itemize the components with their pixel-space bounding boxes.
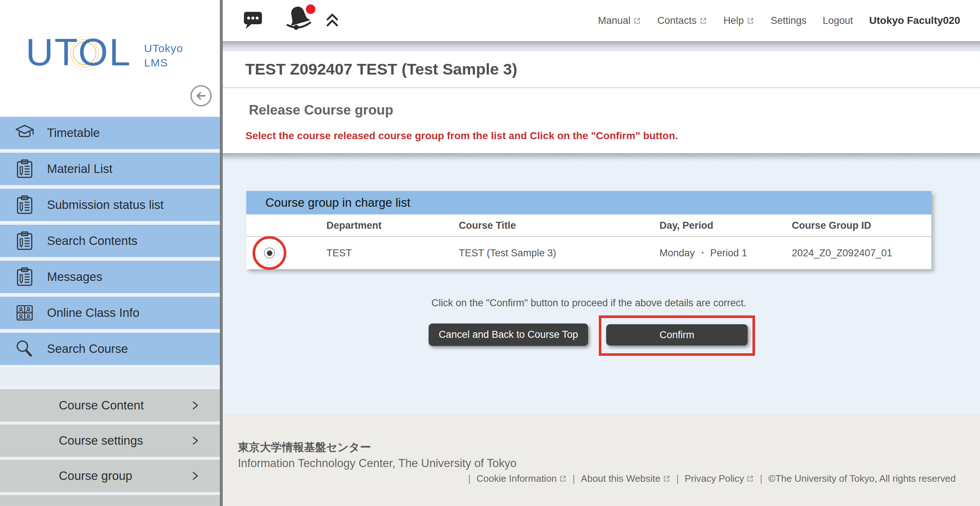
logout-link[interactable]: Logout [822,15,853,27]
main-area: Manual Contacts Help Settings Logout U [223,0,980,506]
clipboard-icon [14,266,35,287]
manual-link[interactable]: Manual [598,15,641,27]
search-icon [14,338,35,360]
sidebar-collapse-button[interactable] [190,84,212,107]
release-course-group-title: Release Course group [249,102,393,118]
privacy-policy-link[interactable]: Privacy Policy [684,473,754,484]
cell-day-period: Monday ・ Period 1 [659,237,747,269]
table-title: Course group in charge list [246,191,931,214]
sidebar-item-partial [0,495,220,506]
sidebar-item-messages[interactable]: Messages [0,261,220,293]
header-shadow-strip [223,41,980,51]
sidebar-item-search-contents[interactable]: Search Contents [0,225,220,257]
sidebar-item-course-content[interactable]: Course Content [0,389,220,422]
footer: 東京大学情報基盤センター Information Technology Cent… [223,414,980,506]
confirm-button[interactable]: Confirm [606,324,748,346]
external-link-icon [746,17,754,25]
header-links: Manual Contacts Help Settings Logout U [598,0,980,41]
notification-badge [306,5,315,14]
content-area: Course group in charge list Department C… [223,162,980,414]
copyright-text: ©The University of Tokyo, All rights res… [768,473,956,484]
settings-link[interactable]: Settings [770,15,807,27]
footer-links: | Cookie Information | About this Websit… [468,473,956,484]
external-link-icon [663,475,670,482]
external-link-icon [700,17,707,25]
utol-lms-page: UTOL UTokyo LMS Timetable Material List … [0,0,980,506]
section-divider [223,87,980,88]
sidebar-item-course-group[interactable]: Course group [0,460,220,492]
course-group-table: Course group in charge list Department C… [246,191,931,269]
table-header-row: Department Course Title Day, Period Cour… [246,214,931,237]
cancel-button[interactable]: Cancel and Back to Course Top [429,324,588,346]
instruction-text: Select the course released course group … [245,130,678,142]
sidebar-item-search-course[interactable]: Search Course [0,333,220,365]
footer-org-en: Information Technology Center, The Unive… [238,457,517,470]
table-row: TEST TEST (Test Sample 3) Monday ・ Perio… [246,237,931,269]
logo-area: UTOL UTokyo LMS [0,0,220,117]
sidebar-item-course-settings[interactable]: Course settings [0,425,220,457]
contacts-link[interactable]: Contacts [657,15,707,27]
col-course-group-id: Course Group ID [792,214,871,237]
sidebar-item-material-list[interactable]: Material List [0,153,220,185]
clipboard-icon [14,230,35,252]
external-link-icon [633,17,641,25]
chat-icon[interactable] [242,8,264,31]
chevron-right-icon [190,401,200,410]
utol-logo: UTOL [26,30,132,74]
graduation-cap-icon [14,122,35,144]
help-link[interactable]: Help [724,15,755,27]
sidebar-item-timetable[interactable]: Timetable [0,117,220,149]
sidebar-nav: Timetable Material List Submission statu… [0,117,220,506]
about-this-website-link[interactable]: About this Website [581,473,670,484]
sidebar-item-submission-status-list[interactable]: Submission status list [0,189,220,221]
cell-course-group-id: 2024_Z0_Z092407_01 [792,237,892,269]
confirm-note: Click on the "Confirm" button to proceed… [246,297,931,309]
external-link-icon [746,475,754,482]
course-group-radio[interactable] [264,247,275,259]
chevron-right-icon [190,436,200,446]
sidebar-divider [220,0,223,506]
course-page-title: TEST Z092407 TEST (Test Sample 3) [245,60,517,78]
external-link-icon [559,475,567,482]
col-course-title: Course Title [459,214,516,237]
clipboard-icon [14,194,35,216]
people-grid-icon [14,302,35,324]
cell-course-title: TEST (Test Sample 3) [459,237,556,269]
user-name: Utokyo Faculty020 [869,15,960,27]
sidebar-item-online-class-info[interactable]: Online Class Info [0,297,220,329]
footer-org-jp: 東京大学情報基盤センター [238,440,371,455]
col-day-period: Day, Period [659,214,713,237]
content-shadow-strip [223,153,980,162]
chevron-right-icon [190,471,200,481]
top-header: Manual Contacts Help Settings Logout U [223,0,980,41]
clipboard-icon [14,158,35,179]
cookie-information-link[interactable]: Cookie Information [476,473,566,484]
double-chevron-up-icon[interactable] [323,9,342,30]
sidebar: UTOL UTokyo LMS Timetable Material List … [0,0,220,506]
back-arrow-icon [190,84,212,107]
logo-tagline: UTokyo LMS [144,41,183,70]
title-section: TEST Z092407 TEST (Test Sample 3) Releas… [223,51,980,153]
sidebar-gap [0,369,220,386]
cell-department: TEST [326,237,352,269]
col-department: Department [326,214,382,237]
